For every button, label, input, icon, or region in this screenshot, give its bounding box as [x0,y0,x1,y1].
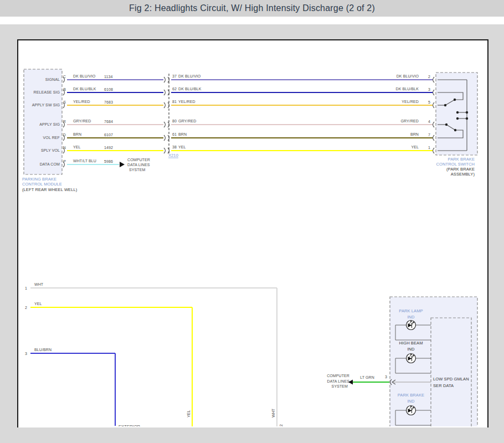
module-location: (LEFT REAR WHEEL WELL) [22,187,78,192]
wire-color-label: BLU/BRN [34,348,52,352]
signal-label: APPLY SIG [39,122,60,126]
inline-connector-icon [164,77,169,83]
indicator-label: IND [407,399,415,404]
pin-number: 1 [25,286,27,290]
wire-color-label: WHT [34,282,44,286]
vertical-wire-label: WHT [271,408,275,418]
connector-pin-number: 62 [172,87,177,91]
x210-link[interactable]: X210 [168,153,178,158]
pin-letter: D [63,133,66,137]
connector-pin-number: 38 [172,145,177,149]
inline-connector-icon [164,122,169,127]
offpage-ref: DATA LINES [327,379,350,383]
wire-color-label: YEL/RED [178,100,196,104]
wire-color-label: YEL [178,145,186,149]
pin-number: 3 [25,352,27,356]
connector-pin-number: 81 [172,100,177,104]
pin-letter: N [63,146,66,150]
circuit-number: 1492 [104,146,113,150]
module-box [24,69,62,174]
switch-location: ASSEMBLY) [451,172,475,177]
module-caption: PARKING BRAKE [22,177,56,182]
wire-color-label: GRY/RED [178,119,196,123]
wire-row-sply-vol: SPLY VOL N YEL 1492 38 YEL YEL 1 [41,145,441,153]
wire-color-label: YEL [411,145,419,149]
offpage-ref: SYSTEM [129,168,145,172]
switch-caption: PARK BRAKE [448,157,475,162]
indicator-label: PARK LAMP [399,308,423,313]
wire-color-label: LT GRN [360,375,374,379]
offpage-ref: SYSTEM [332,384,348,388]
wire-row-apply-sw-sig: APPLY SW SIG S YEL/RED 7683 81 YEL/RED Y… [32,100,441,108]
offpage-ref: DATA LINES [127,163,150,167]
pin-connector-icon [433,77,435,83]
inline-connector-icon [164,102,169,108]
title-separator [0,17,504,24]
switch-location: (PARK BRAKE [446,167,475,172]
indicator-lamp-icon [407,321,416,330]
connector-pin-number: 37 [172,74,177,78]
diagram-canvas: PARKING BRAKE CONTROL MODULE (LEFT REAR … [17,39,488,427]
exterior-lights-label: EXTERIOR [119,424,141,426]
wire-row-signal: SIGNAL C DK BLU/VIO 1134 37 DK BLU/VIO D… [45,74,441,83]
signal-label: APPLY SW SIG [32,103,60,107]
vertical-pin-number: 2 [279,424,283,426]
switch-pin-number: 5 [428,100,430,104]
wire-color-label: BRN [410,132,419,136]
circuit-number: 5986 [104,159,113,163]
switch-pin-number: 1 [428,146,430,150]
pin-connector-icon [433,122,435,127]
indicator-label: HIGH BEAM [399,341,423,346]
page-title: Fig 2: Headlights Circuit, W/ High Inten… [129,3,375,13]
wire-color-label: GRY/RED [73,119,91,123]
vertical-wire-label: YEL [187,410,191,418]
module-caption: CONTROL MODULE [22,182,62,187]
circuit-number: 6107 [104,133,113,137]
wire-color-label: DK BLU/VIO [73,74,96,78]
signal-label: RELEASE SIG [34,90,60,94]
wire-color-label: BRN [73,132,81,136]
wire-row-apply-sig: APPLY SIG R GRY/RED 7684 80 GRY/RED GRY/… [39,119,441,127]
instrument-cluster: PARK LAMP IND HIGH BEAM IND [327,297,477,426]
signal-label: DATA COM [40,162,60,166]
switch-pin-number: 2 [428,75,430,79]
wire-color-label: YEL [73,145,81,149]
circuit-number: 7683 [104,100,113,104]
wire-color-label: YEL/RED [402,100,419,104]
indicator-label: IND [407,315,415,320]
switch-pin-number: 7 [428,133,430,137]
signal-label: SIGNAL [45,78,60,81]
gmlan-label: SER DATA [433,383,454,388]
indicator-lamp-icon [407,354,416,363]
wire-color-label: WHT/LT BLU [73,159,96,163]
signal-label: VOL REF [43,136,60,140]
wire-color-label: DK BLU/BLK [73,87,96,91]
inline-connector-icon [164,135,169,141]
switch-pin-number: 3 [428,87,430,91]
switch-caption: CONTROL SWITCH [436,162,475,167]
pin-letter: C [63,75,66,79]
wire-color-label: DK BLU/VIO [397,74,419,78]
pin-connector-icon [433,90,435,95]
switch-box [436,73,477,155]
indicator-lamp-icon [407,406,416,415]
connector-pin-number: 80 [172,119,177,123]
title-bar: Fig 2: Headlights Circuit, W/ High Inten… [0,0,504,17]
cluster-inner-box [431,318,471,426]
wire-color-label: DK BLU/VIO [178,74,201,78]
indicator-label: IND [407,347,415,352]
arrow-right-icon [120,162,125,167]
wire-row-vol-ref: VOL REF D BRN 6107 61 BRN BRN 7 [43,132,441,141]
signal-label: SPLY VOL [41,148,60,152]
gmlan-label: LOW SPD GMLAN [433,377,469,382]
wire-color-label: YEL [34,302,42,306]
pin-number: 3 [385,375,387,379]
wire-color-label: BRN [178,132,187,136]
circuit-number: 1134 [104,75,112,79]
wiring-diagram: PARKING BRAKE CONTROL MODULE (LEFT REAR … [18,40,487,426]
wire-color-label: GRY/RED [401,119,419,123]
switch-pin-number: 4 [428,120,430,123]
connector-pin-number: 61 [172,132,177,136]
bottom-wires: 1 WHT 2 YEL 3 BLU/BRN YEL WHT 2 EXTERIOR [25,282,283,426]
wire-color-label: DK BLU/BLK [396,87,419,91]
